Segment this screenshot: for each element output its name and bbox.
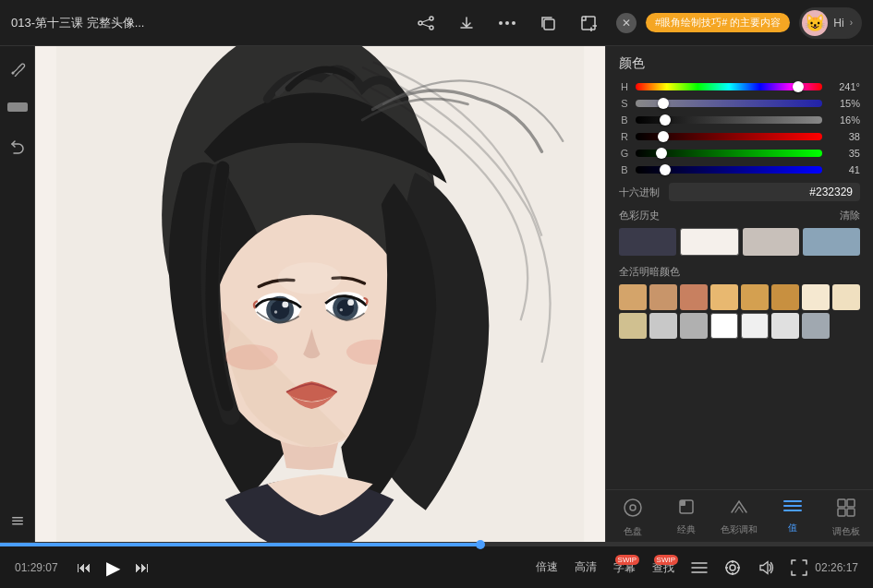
slider-thumb-r[interactable]	[658, 131, 669, 142]
top-bar: 013-第十三课 完整头像...	[0, 0, 873, 46]
slider-r[interactable]	[636, 133, 822, 140]
color-tab-classic[interactable]: 经典	[660, 498, 713, 538]
copy-button[interactable]	[535, 10, 561, 36]
swatch-1[interactable]	[619, 228, 676, 256]
svg-point-7	[512, 21, 515, 25]
slider-value-b2: 41	[828, 164, 860, 175]
svg-point-26	[347, 299, 354, 306]
main-area: 颜色 H 241° S 15% B	[0, 46, 873, 542]
common-color-2[interactable]	[649, 284, 677, 310]
search-badge-wrap: 查找 SWIP	[652, 558, 674, 576]
common-color-4[interactable]	[710, 284, 738, 310]
next-button[interactable]: ⏭	[135, 559, 150, 576]
hex-value[interactable]: #232329	[669, 183, 860, 201]
clear-button[interactable]: 清除	[840, 209, 860, 222]
subtitle-button[interactable]: 字幕 SWIP	[613, 558, 636, 576]
play-button[interactable]: ▶	[106, 557, 120, 579]
quality-button[interactable]: 高清	[575, 559, 597, 575]
svg-rect-40	[838, 509, 845, 516]
disc-icon	[623, 498, 643, 522]
tool-undo[interactable]	[5, 133, 30, 159]
color-tab-harmony[interactable]: 色彩调和	[713, 498, 767, 538]
aim-button[interactable]	[724, 559, 741, 576]
common-color-6[interactable]	[771, 284, 799, 310]
classic-icon	[677, 498, 696, 521]
share-button[interactable]	[413, 10, 439, 36]
swatch-2[interactable]	[680, 228, 739, 256]
volume-button[interactable]	[758, 559, 774, 576]
common-colors-title: 全活明暗颜色	[619, 265, 860, 279]
subtitle-swip-badge: SWIP	[615, 555, 639, 565]
common-color-8[interactable]	[832, 284, 860, 310]
slider-thumb-b[interactable]	[660, 114, 671, 126]
quality-icon: 高清	[575, 559, 597, 575]
time-total: 02:26:17	[807, 561, 858, 574]
svg-line-4	[422, 24, 430, 27]
swatch-4[interactable]	[803, 228, 860, 256]
playback-speed-button[interactable]: 倍速	[536, 559, 558, 575]
svg-point-31	[624, 499, 641, 516]
slider-h[interactable]	[636, 83, 822, 90]
common-color-9[interactable]	[619, 313, 647, 339]
speed-icon: 倍速	[536, 559, 558, 575]
values-icon	[782, 498, 803, 519]
common-color-10[interactable]	[649, 313, 677, 339]
history-label: 色彩历史	[619, 209, 660, 222]
color-tab-palette[interactable]: 调色板	[819, 498, 873, 538]
common-color-13[interactable]	[741, 313, 769, 339]
common-color-1[interactable]	[619, 284, 647, 310]
download-button[interactable]	[454, 10, 479, 36]
common-color-12[interactable]	[710, 313, 738, 339]
harmony-icon	[729, 498, 749, 521]
tab-classic-label: 经典	[677, 523, 696, 536]
more-button[interactable]	[494, 10, 520, 36]
fullscreen-button[interactable]	[791, 559, 807, 576]
canvas-area	[35, 46, 605, 542]
search-swip-badge: SWIP	[654, 555, 678, 565]
slider-thumb-s[interactable]	[658, 98, 669, 109]
progress-dot[interactable]	[476, 540, 485, 549]
slider-b[interactable]	[636, 116, 822, 124]
color-panel: 颜色 H 241° S 15% B	[606, 46, 873, 489]
hi-label: Hi	[833, 17, 843, 30]
common-color-15[interactable]	[802, 313, 830, 339]
tab-disc-label: 色盘	[624, 525, 642, 538]
svg-point-10	[11, 72, 14, 75]
slider-g[interactable]	[636, 150, 822, 157]
subtitle-badge-wrap: 字幕 SWIP	[613, 558, 636, 576]
user-avatar-button[interactable]: 😺 Hi ›	[799, 7, 862, 39]
slider-thumb-h[interactable]	[793, 81, 804, 92]
slider-s[interactable]	[636, 100, 822, 107]
slider-b2[interactable]	[636, 166, 822, 174]
common-color-7[interactable]	[802, 284, 830, 310]
slider-row-b2: B 41	[619, 164, 860, 175]
top-bar-icons: ✕	[413, 10, 637, 36]
crop-button[interactable]	[576, 10, 601, 36]
tool-brush[interactable]	[5, 55, 30, 81]
playback-buttons: ⏮ ▶ ⏭	[77, 557, 150, 579]
search-button[interactable]: 查找 SWIP	[652, 558, 674, 576]
list-button[interactable]	[691, 560, 708, 575]
color-tab-values[interactable]: 值	[766, 498, 819, 538]
common-color-3[interactable]	[680, 284, 708, 310]
slider-thumb-b2[interactable]	[660, 164, 671, 175]
close-button[interactable]: ✕	[616, 13, 637, 33]
slider-value-b: 16%	[828, 114, 860, 126]
common-color-11[interactable]	[680, 313, 708, 339]
hex-label: 十六进制	[619, 186, 660, 199]
tab-palette-label: 调色板	[832, 525, 860, 538]
prev-button[interactable]: ⏮	[77, 559, 91, 576]
svg-rect-34	[680, 500, 685, 506]
tool-indicator-bar	[5, 94, 30, 120]
common-color-14[interactable]	[771, 313, 799, 339]
svg-rect-8	[544, 19, 554, 30]
slider-row-r: R 38	[619, 131, 860, 142]
svg-rect-13	[12, 523, 23, 525]
common-color-5[interactable]	[741, 284, 769, 310]
slider-row-g: G 35	[619, 148, 860, 159]
progress-bar[interactable]	[0, 543, 873, 546]
swatch-3[interactable]	[743, 228, 800, 256]
color-tab-disc[interactable]: 色盘	[606, 498, 660, 538]
tool-layers[interactable]	[5, 507, 30, 533]
slider-thumb-g[interactable]	[656, 148, 667, 159]
